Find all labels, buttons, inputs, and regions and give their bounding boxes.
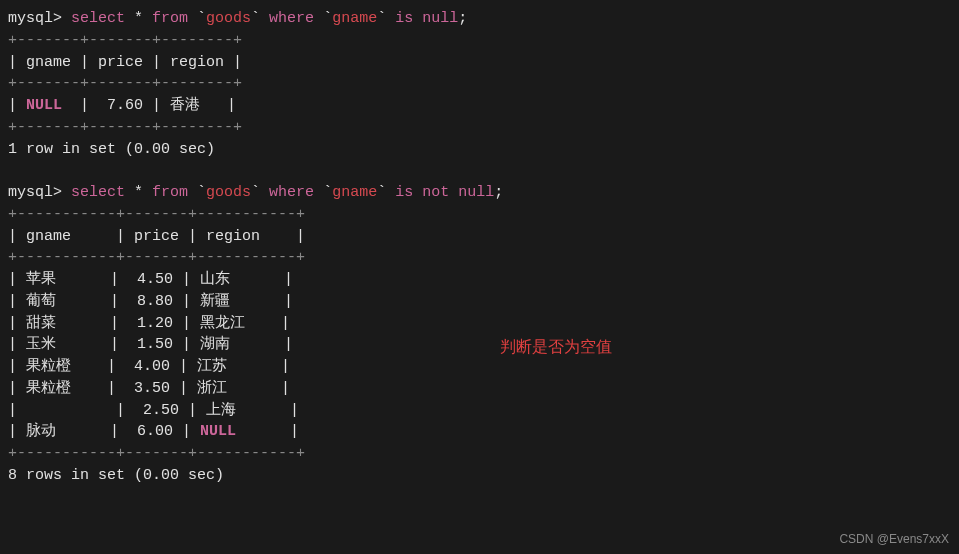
space xyxy=(413,184,422,201)
table-header: | gname | price | region | xyxy=(8,52,951,74)
kw-is: is xyxy=(395,10,413,27)
table-row: | 脉动 | 6.00 | NULL | xyxy=(8,421,951,443)
watermark-text: CSDN @Evens7xxX xyxy=(839,531,949,548)
backtick: ` xyxy=(377,184,395,201)
cell-prefix: | 脉动 | 6.00 | xyxy=(8,423,200,440)
blank-line xyxy=(8,160,951,182)
status-line: 8 rows in set (0.00 sec) xyxy=(8,465,951,487)
query-line-2: mysql> select * from `goods` where `gnam… xyxy=(8,182,951,204)
table-border: +-----------+-------+-----------+ xyxy=(8,247,951,269)
null-value: NULL xyxy=(26,97,62,114)
kw-where: where xyxy=(269,184,314,201)
terminal-output: mysql> select * from `goods` where `gnam… xyxy=(8,8,951,487)
table-border: +-------+-------+--------+ xyxy=(8,30,951,52)
table-row: | 果粒橙 | 4.00 | 江苏 | xyxy=(8,356,951,378)
kw-is: is xyxy=(395,184,413,201)
kw-where: where xyxy=(269,10,314,27)
kw-null: null xyxy=(422,10,458,27)
table-header: | gname | price | region | xyxy=(8,226,951,248)
col-name: gname xyxy=(332,10,377,27)
kw-not: not xyxy=(422,184,449,201)
cell-suffix: | xyxy=(236,423,299,440)
table-name: goods xyxy=(206,184,251,201)
table-border: +-------+-------+--------+ xyxy=(8,73,951,95)
backtick: ` xyxy=(251,184,269,201)
kw-from: from xyxy=(152,10,188,27)
annotation-text: 判断是否为空值 xyxy=(500,335,612,358)
mysql-prompt: mysql> xyxy=(8,10,71,27)
semicolon: ; xyxy=(458,10,467,27)
table-row: | NULL | 7.60 | 香港 | xyxy=(8,95,951,117)
table-border: +-----------+-------+-----------+ xyxy=(8,443,951,465)
kw-from: from xyxy=(152,184,188,201)
backtick: ` xyxy=(377,10,395,27)
status-line: 1 row in set (0.00 sec) xyxy=(8,139,951,161)
table-row: | 果粒橙 | 3.50 | 浙江 | xyxy=(8,378,951,400)
null-value: NULL xyxy=(200,423,236,440)
col-name: gname xyxy=(332,184,377,201)
table-border: +-----------+-------+-----------+ xyxy=(8,204,951,226)
star: * xyxy=(125,184,152,201)
semicolon: ; xyxy=(494,184,503,201)
space xyxy=(449,184,458,201)
table-row: | 苹果 | 4.50 | 山东 | xyxy=(8,269,951,291)
space xyxy=(413,10,422,27)
backtick: ` xyxy=(314,184,332,201)
kw-select: select xyxy=(71,10,125,27)
table-border: +-------+-------+--------+ xyxy=(8,117,951,139)
backtick: ` xyxy=(188,184,206,201)
backtick: ` xyxy=(251,10,269,27)
table-row: | | 2.50 | 上海 | xyxy=(8,400,951,422)
table-row: | 葡萄 | 8.80 | 新疆 | xyxy=(8,291,951,313)
table-row: | 玉米 | 1.50 | 湖南 | xyxy=(8,334,951,356)
mysql-prompt: mysql> xyxy=(8,184,71,201)
kw-select: select xyxy=(71,184,125,201)
star: * xyxy=(125,10,152,27)
kw-null: null xyxy=(458,184,494,201)
table-name: goods xyxy=(206,10,251,27)
cell-prefix: | xyxy=(8,97,26,114)
table-row: | 甜菜 | 1.20 | 黑龙江 | xyxy=(8,313,951,335)
backtick: ` xyxy=(314,10,332,27)
query-line-1: mysql> select * from `goods` where `gnam… xyxy=(8,8,951,30)
cell-rest: | 7.60 | 香港 | xyxy=(62,97,236,114)
backtick: ` xyxy=(188,10,206,27)
